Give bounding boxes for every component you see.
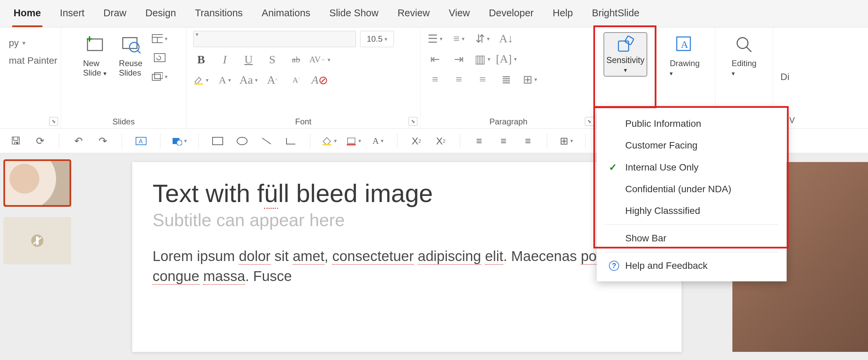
sensitivity-option-confidential[interactable]: Confidential (under NDA) [597,178,787,200]
svg-point-24 [237,137,247,145]
sensitivity-showbar[interactable]: Show Bar [597,227,787,249]
sensitivity-option-internal[interactable]: ✓Internal Use Only [597,156,787,178]
columns-button[interactable]: ▥ [475,51,490,67]
decrease-indent-button[interactable]: ⇤ [427,51,443,67]
chevron-down-icon: ▾ [624,66,627,74]
tab-help[interactable]: Help [551,4,574,27]
section-button[interactable] [152,69,167,84]
bullets-button[interactable]: ☰ [427,31,443,46]
shape-line-icon[interactable] [259,134,274,148]
tab-transitions[interactable]: Transitions [194,4,244,27]
italic-button[interactable]: I [217,52,233,67]
clear-formatting-button[interactable]: A⊘ [312,72,328,88]
undo-icon[interactable]: ↶ [71,134,86,148]
grow-font-button[interactable]: A^ [264,72,280,88]
sensitivity-option-public[interactable]: Public Information [597,113,787,135]
highlight-color-button[interactable] [193,72,209,88]
slide-body-text[interactable]: Lorem ipsum dolor sit amet, consectetuer… [153,246,661,286]
slide-thumbnail-1[interactable] [3,159,71,207]
underline-button[interactable]: U [241,52,256,67]
text-direction-button[interactable]: [A] [498,51,514,67]
copy-button[interactable]: py▾ [9,38,62,48]
svg-rect-10 [152,74,160,80]
save-icon[interactable]: 🖫 [8,134,23,148]
qat-align-right-icon[interactable]: ≡ [520,134,535,148]
sensitivity-icon [616,35,635,54]
tab-slideshow[interactable]: Slide Show [328,4,380,27]
slide-title[interactable]: Text with füll bleed image [153,179,661,208]
thumbnail-panel [0,153,78,360]
tab-brightslide[interactable]: BrightSlide [591,4,641,27]
sensitivity-menu: Public Information Customer Facing ✓Inte… [597,108,787,281]
redo-icon[interactable]: ↷ [95,134,110,148]
shape-outline-icon[interactable] [346,134,361,148]
tab-animations[interactable]: Animations [260,4,312,27]
justify-button[interactable]: ≣ [498,72,514,87]
sensitivity-option-classified[interactable]: Highly Classsified [597,200,787,222]
layout-button[interactable] [152,31,167,46]
sync-icon[interactable]: ⟳ [33,134,47,148]
tab-draw[interactable]: Draw [102,4,128,27]
editing-button[interactable]: Editing▾ [729,31,759,79]
textbox-icon[interactable]: A [134,134,149,148]
smartart-button[interactable]: ⊞ [522,72,538,87]
char-spacing-button[interactable]: AV↔ [312,52,328,67]
slide-thumbnail-2[interactable] [3,217,71,264]
tab-design[interactable]: Design [144,4,177,27]
strikethrough-button[interactable]: ab [288,52,304,67]
tab-insert[interactable]: Insert [59,4,86,27]
shape-oval-icon[interactable] [235,134,250,148]
ribbon-tabs: Home Insert Draw Design Transitions Anim… [0,0,868,27]
shrink-font-button[interactable]: Aˇ [288,72,304,88]
reuse-slides-button[interactable]: ReuseSlides [116,31,146,79]
shape-elbow-icon[interactable] [283,134,298,148]
shape-fill-icon[interactable] [322,134,337,148]
arrange-icon[interactable]: ⊞ [559,134,574,148]
svg-rect-28 [347,144,356,145]
sensitivity-help[interactable]: ?Help and Feedback [597,255,787,277]
clipboard-launcher-icon[interactable]: ⬊ [49,117,58,126]
check-icon: ✓ [609,162,619,173]
superscript-icon[interactable]: X2 [433,134,448,148]
new-slide-icon [85,34,105,55]
bold-button[interactable]: B [193,52,209,67]
qat-align-center-icon[interactable]: ≡ [496,134,511,148]
tab-review[interactable]: Review [396,4,431,27]
font-color-button[interactable]: A [217,72,233,88]
sensitivity-option-customer[interactable]: Customer Facing [597,135,787,156]
align-right-button[interactable]: ≡ [475,72,490,87]
slide-subtitle[interactable]: Subtitle can appear here [153,210,661,230]
sensitivity-button[interactable]: Sensitivity ▾ [604,32,647,77]
shape-rect-icon[interactable] [210,134,225,148]
svg-point-17 [737,38,748,48]
tab-home[interactable]: Home [12,4,42,27]
subscript-icon[interactable]: X2 [409,134,424,148]
line-spacing-button[interactable]: ⇵ [475,31,490,46]
svg-rect-27 [348,138,355,143]
tab-developer[interactable]: Developer [488,4,535,27]
font-launcher-icon[interactable]: ⬊ [409,117,417,126]
svg-line-18 [747,47,751,52]
qat-align-left-icon[interactable]: ≡ [472,134,487,148]
bottle-icon [31,234,44,247]
align-center-button[interactable]: ≡ [451,72,467,87]
numbering-button[interactable]: ≡ [451,31,467,46]
tab-view[interactable]: View [447,4,471,27]
shadow-button[interactable]: S [264,52,280,67]
search-icon [734,35,753,54]
format-painter-button[interactable]: mat Painter [9,55,62,66]
font-color-qat-icon[interactable]: A [371,134,386,148]
sort-button[interactable]: A↓ [498,31,514,46]
font-size-picker[interactable]: 10.5 [360,31,394,47]
reset-button[interactable] [152,50,167,65]
drawing-button[interactable]: A Drawing▾ [667,31,702,79]
increase-indent-button[interactable]: ⇥ [451,51,467,67]
font-family-picker[interactable] [193,31,356,47]
svg-rect-9 [154,54,165,62]
new-slide-button[interactable]: NewSlide ▾ [80,31,110,79]
svg-line-5 [137,50,140,53]
align-left-button[interactable]: ≡ [427,72,443,87]
shapes-icon[interactable] [172,134,187,148]
paragraph-launcher-icon[interactable]: ⬊ [585,117,594,126]
change-case-button[interactable]: Aa [241,72,256,88]
